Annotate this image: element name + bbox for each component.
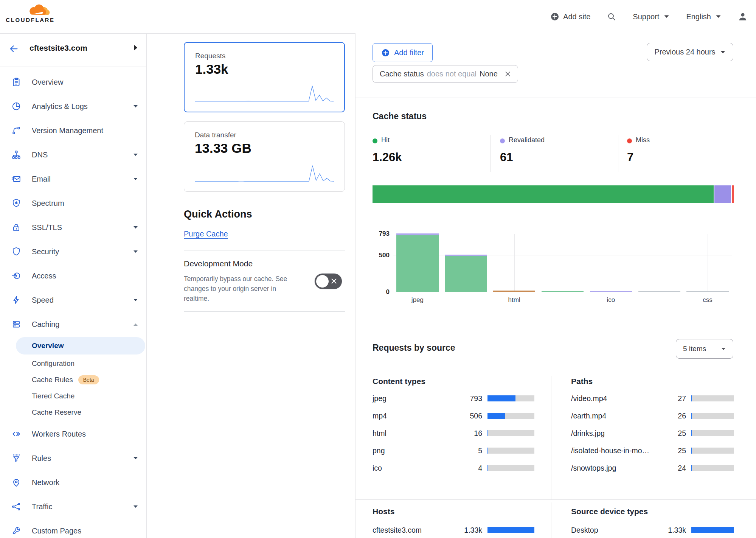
- remove-filter-icon[interactable]: [504, 70, 512, 78]
- add-filter-button[interactable]: Add filter: [373, 43, 433, 62]
- divider: [551, 502, 551, 538]
- distribution-segment-revalidated: [714, 185, 731, 203]
- sidebar-item-caching-configuration[interactable]: Configuration: [0, 355, 146, 372]
- requests-card[interactable]: Requests 1.33k: [184, 42, 345, 112]
- meter-label: png: [373, 446, 458, 455]
- data-transfer-card[interactable]: Data transfer 13.33 GB: [184, 121, 345, 192]
- bar-segment: [445, 256, 487, 292]
- back-arrow-icon[interactable]: [8, 44, 19, 54]
- sidebar-item-overview[interactable]: Overview: [0, 70, 146, 94]
- sidebar-item-cache-reserve[interactable]: Cache Reserve: [0, 404, 146, 420]
- sidebar-item-network[interactable]: Network: [0, 470, 146, 494]
- sidebar-item-caching[interactable]: Caching: [0, 312, 146, 336]
- sidebar-item-dns[interactable]: DNS: [0, 143, 146, 167]
- chart-slot-mp4: [442, 234, 490, 292]
- content-types-column: Content types jpeg793mp4506html16png5ico…: [373, 377, 534, 477]
- source-device-types-heading: Source device types: [571, 507, 734, 516]
- meter-fill: [691, 465, 692, 471]
- meter-track: [487, 448, 534, 454]
- meter-fill: [691, 430, 692, 436]
- sidebar-item-custom-pages[interactable]: Custom Pages: [0, 519, 146, 538]
- meter-value: 5: [458, 446, 482, 455]
- sidebar-item-version-management[interactable]: Version Management: [0, 118, 146, 143]
- chevron-down-icon: [133, 177, 138, 181]
- cloudflare-logo[interactable]: CLOUDFLARE: [5, 3, 55, 23]
- hosts-heading: Hosts: [373, 507, 534, 516]
- divider: [490, 135, 491, 172]
- cloudflare-cloud-icon: [27, 3, 51, 17]
- meter-label: /isolated-house-in-mo…: [571, 446, 662, 455]
- filter-chip-cache-status[interactable]: Cache status does not equal None: [373, 65, 518, 83]
- x-axis-label: html: [490, 296, 539, 304]
- sidebar-item-email[interactable]: Email: [0, 167, 146, 191]
- shield-icon: [11, 247, 21, 257]
- sidebar-item-rules[interactable]: Rules: [0, 446, 146, 470]
- chart-bar-png: [542, 291, 584, 292]
- git-branch-icon: [11, 126, 21, 135]
- sidebar-item-spectrum[interactable]: Spectrum: [0, 191, 146, 215]
- meter-value: 506: [458, 412, 482, 420]
- meter-track: [487, 395, 534, 401]
- sidebar-item-security[interactable]: Security: [0, 239, 146, 264]
- development-mode-title: Development Mode: [184, 259, 253, 268]
- meter-row: png5: [373, 442, 534, 459]
- cloudflare-dashboard: CLOUDFLARE Add site Support English: [0, 0, 756, 538]
- sidebar-item-speed[interactable]: Speed: [0, 288, 146, 312]
- meter-track: [691, 413, 734, 419]
- meter-label: mp4: [373, 412, 458, 420]
- distribution-segment-hit: [373, 185, 714, 203]
- divider: [184, 311, 345, 312]
- sidebar-item-ssl-tls[interactable]: SSL/TLS: [0, 215, 146, 239]
- meter-value: 24: [662, 464, 686, 473]
- development-mode-description: Temporarily bypass our cache. See change…: [184, 274, 288, 304]
- content-types-list: jpeg793mp4506html16png5ico4: [373, 390, 534, 477]
- chevron-down-icon: [133, 505, 138, 508]
- meter-label: cftestsite3.com: [373, 526, 458, 535]
- sidebar-item-traffic[interactable]: Traffic: [0, 494, 146, 519]
- bar-segment: [638, 291, 680, 292]
- time-range-dropdown[interactable]: Previous 24 hours: [647, 43, 733, 61]
- funnel-icon: [11, 453, 21, 463]
- search-button[interactable]: [607, 12, 616, 21]
- account-menu[interactable]: [738, 12, 748, 22]
- chart-bar-mp4: [445, 255, 487, 292]
- purge-cache-link[interactable]: Purge Cache: [184, 230, 228, 238]
- chart-slot-ico: ico: [587, 234, 635, 292]
- beta-badge: Beta: [78, 375, 99, 384]
- items-count-dropdown[interactable]: 5 items: [676, 339, 733, 359]
- cache-chart-slots: jpeghtmlicocss: [393, 234, 732, 292]
- meter-fill: [487, 448, 488, 454]
- sidebar-item-workers-routes[interactable]: Workers Routes: [0, 422, 146, 446]
- support-menu[interactable]: Support: [633, 12, 669, 21]
- meter-track: [691, 395, 734, 401]
- sidebar-item-cache-rules[interactable]: Cache Rules Beta: [0, 372, 146, 388]
- language-menu[interactable]: English: [686, 12, 721, 21]
- meter-track: [691, 430, 734, 436]
- sidebar-item-tiered-cache[interactable]: Tiered Cache: [0, 388, 146, 404]
- envelope-icon: [11, 174, 21, 184]
- meter-fill: [487, 413, 505, 419]
- x-axis-label: css: [683, 296, 732, 304]
- sidebar-nav: Overview Analytics & Logs Version Manage…: [0, 67, 146, 538]
- chevron-down-icon: [721, 347, 726, 351]
- sidebar-item-caching-overview[interactable]: Overview: [16, 337, 145, 355]
- meter-value: 16: [458, 429, 482, 438]
- sidebar-item-access[interactable]: Access: [0, 264, 146, 288]
- cloudflare-wordmark: CLOUDFLARE: [5, 17, 55, 23]
- map-pin-icon: [11, 477, 21, 487]
- search-icon: [607, 12, 616, 21]
- sidebar-item-analytics-logs[interactable]: Analytics & Logs: [0, 94, 146, 118]
- meter-fill: [487, 430, 488, 436]
- sidebar: cftestsite3.com Overview Analytics & Log…: [0, 33, 147, 538]
- server-stack-icon: [11, 319, 21, 329]
- development-mode-toggle[interactable]: [315, 274, 342, 289]
- chevron-right-icon[interactable]: [134, 44, 138, 51]
- chart-bar: [638, 291, 680, 292]
- meter-track: [487, 465, 534, 471]
- meter-label: jpeg: [373, 394, 458, 403]
- hosts-list: cftestsite3.com1.33k: [373, 521, 534, 538]
- meter-label: Desktop: [571, 526, 662, 535]
- chevron-down-icon: [133, 299, 138, 302]
- meter-value: 27: [662, 394, 686, 403]
- add-site-button[interactable]: Add site: [550, 12, 590, 21]
